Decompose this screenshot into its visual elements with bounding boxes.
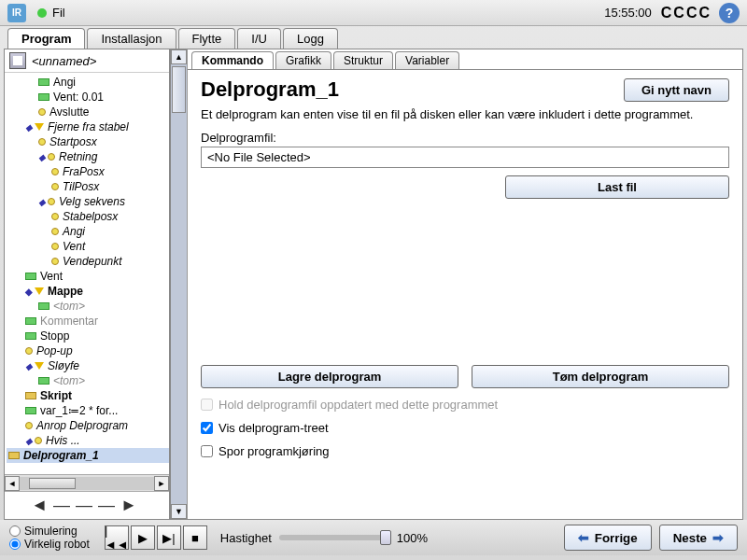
tree-node[interactable]: Vent [7,269,169,284]
real-robot-radio[interactable]: Virkelig robot [9,538,90,551]
prev-button[interactable]: ⬅Forrige [564,525,652,551]
main-tab-installasjon[interactable]: Installasjon [87,28,176,49]
tree-node[interactable]: ◆Sløyfe [7,358,169,373]
tree-node[interactable]: Angi [7,224,169,239]
file-menu[interactable]: Fil [52,6,65,20]
keep-updated-checkbox: Hold delprogramfil oppdatert med dette p… [201,398,729,412]
speed-label: Hastighet [220,531,272,545]
main-tab-flytte[interactable]: Flytte [178,28,236,49]
tree-node[interactable]: ◆Retning [7,149,169,164]
tree-node[interactable]: TilPosx [7,179,169,194]
simulation-radio[interactable]: Simulering [9,525,90,538]
tree-node[interactable]: <tom> [7,299,169,314]
tree-node[interactable]: <tom> [7,373,169,388]
play-button[interactable]: ▶ [131,525,155,550]
load-file-button[interactable]: Last fil [505,175,729,199]
tree-node[interactable]: Delprogram_1 [7,448,169,463]
sub-tab-grafikk[interactable]: Grafikk [275,51,331,69]
help-icon[interactable]: ? [719,3,740,23]
main-tab-i/u[interactable]: I/U [237,28,281,49]
tree-hscrollbar[interactable]: ◄ ► [5,474,169,491]
tree-node[interactable]: Angi [7,75,169,90]
tree-node[interactable]: ◆Velg sekvens [7,194,169,209]
description: Et delprogram kan enten vise til en fil … [201,107,729,121]
tree-node[interactable]: Anrop Delprogram [7,418,169,433]
tree-node[interactable]: Stabelposx [7,209,169,224]
tree-node[interactable]: var_1≔2 * for... [7,403,169,418]
main-tab-program[interactable]: Program [7,28,85,49]
skip-back-button[interactable]: |◄◄ [105,525,129,550]
sub-tab-variabler[interactable]: Variabler [395,51,459,69]
save-icon[interactable] [9,52,26,69]
show-tree-checkbox[interactable]: Vis delprogram-treet [201,421,729,435]
save-subprogram-button[interactable]: Lagre delprogram [201,365,458,388]
status-dot [37,8,47,18]
tree-node[interactable]: Skript [7,388,169,403]
tree-node[interactable]: Stopp [7,329,169,343]
next-button[interactable]: Neste➡ [659,525,738,551]
tree-node[interactable]: Kommentar [7,314,169,329]
program-tree[interactable]: AngiVent: 0.01Avslutte◆Fjerne fra stabel… [5,73,169,474]
file-label: Delprogramfil: [201,131,729,145]
sub-tab-struktur[interactable]: Struktur [333,51,393,69]
tree-node[interactable]: ◆Hvis ... [7,433,169,448]
cccc-label: CCCC [661,5,712,21]
tree-node[interactable]: Avslutte [7,105,169,119]
sub-tab-kommando[interactable]: Kommando [191,51,274,69]
ur-logo: IR [7,4,26,22]
speed-slider[interactable] [279,535,391,540]
tree-node[interactable]: Pop-up [7,343,169,358]
tree-node[interactable]: ◆Fjerne fra stabel [7,119,169,134]
tree-node[interactable]: ◆Mappe [7,284,169,299]
speed-value: 100% [397,531,428,545]
tree-node[interactable]: Vent [7,239,169,254]
clear-subprogram-button[interactable]: Tøm delprogram [472,365,729,388]
program-name[interactable]: <unnamed> [32,54,96,68]
stop-button[interactable]: ■ [183,525,207,550]
page-title: Delprogram_1 [201,77,339,102]
skip-fwd-button[interactable]: ▶| [157,525,181,550]
rename-button[interactable]: Gi nytt navn [624,78,729,102]
main-tab-logg[interactable]: Logg [283,28,338,49]
file-input[interactable] [201,147,729,168]
tree-node[interactable]: Vent: 0.01 [7,90,169,105]
trace-execution-checkbox[interactable]: Spor programkjøring [201,444,729,458]
tree-nav-arrows[interactable]: ◄―――► [5,491,169,519]
content-vscrollbar[interactable]: ▲ ▼ [171,49,188,519]
clock: 15:55:00 [604,6,652,20]
tree-node[interactable]: Vendepunkt [7,254,169,269]
tree-node[interactable]: FraPosx [7,164,169,179]
tree-node[interactable]: Startposx [7,134,169,149]
